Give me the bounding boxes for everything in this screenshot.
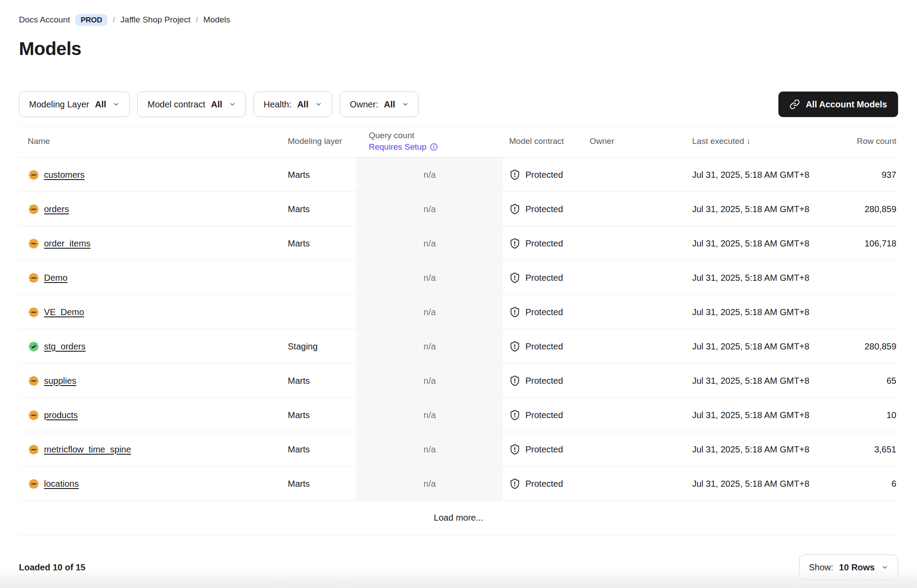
header-row-count: Row count	[831, 136, 898, 146]
model-name-cell: locations	[19, 478, 288, 490]
modeling-layer-cell: Marts	[288, 479, 356, 489]
filter-label: Model contract	[147, 99, 205, 110]
warning-badge-icon	[28, 272, 40, 284]
table-row: products Marts n/a Protected Jul 31, 202…	[19, 398, 898, 432]
query-count-cell: n/a	[356, 261, 503, 295]
show-rows-value: 10 Rows	[839, 562, 875, 573]
model-link[interactable]: locations	[44, 479, 79, 489]
table-row: VE_Demo n/a Protected Jul 31, 2025, 5:18…	[19, 295, 898, 329]
model-contract-label: Protected	[525, 410, 563, 420]
model-contract-cell: Protected	[503, 341, 590, 352]
shield-alert-icon	[509, 375, 521, 386]
warning-badge-icon	[28, 375, 40, 387]
table-row: locations Marts n/a Protected Jul 31, 20…	[19, 467, 898, 501]
model-contract-cell: Protected	[503, 375, 590, 386]
shield-alert-icon	[509, 203, 521, 215]
chevron-down-icon	[113, 101, 120, 108]
header-owner: Owner	[590, 136, 692, 146]
modeling-layer-cell: Staging	[288, 342, 356, 352]
filter-modeling-layer[interactable]: Modeling Layer All	[19, 92, 130, 117]
shield-alert-icon	[509, 478, 521, 489]
page-title: Models	[19, 38, 898, 60]
shield-alert-icon	[509, 238, 521, 249]
info-icon	[429, 143, 438, 151]
link-icon	[789, 99, 800, 110]
breadcrumb-project[interactable]: Jaffle Shop Project	[121, 15, 191, 25]
filter-owner[interactable]: Owner: All	[340, 92, 419, 117]
model-name-cell: order_items	[19, 238, 288, 250]
filter-model-contract[interactable]: Model contract All	[137, 92, 246, 117]
warning-badge-icon	[28, 409, 40, 421]
model-contract-label: Protected	[525, 376, 563, 386]
modeling-layer-cell: Marts	[288, 376, 356, 386]
filter-label: Owner:	[350, 99, 378, 110]
table-header: Name Modeling layer Query count Requires…	[19, 126, 898, 158]
success-badge-icon	[28, 341, 40, 353]
header-model-contract: Model contract	[503, 136, 590, 146]
chevron-down-icon	[402, 101, 409, 108]
model-contract-cell: Protected	[503, 203, 590, 215]
chevron-down-icon	[881, 564, 888, 571]
filter-health[interactable]: Health: All	[253, 92, 332, 117]
row-count-cell: 3,651	[831, 445, 898, 455]
table-body: customers Marts n/a Protected Jul 31, 20…	[19, 158, 898, 501]
model-contract-label: Protected	[525, 204, 563, 214]
filter-label: Health:	[264, 99, 291, 110]
shield-alert-icon	[509, 444, 521, 455]
health-status-icon	[28, 444, 40, 456]
table-row: supplies Marts n/a Protected Jul 31, 202…	[19, 364, 898, 398]
header-last-executed-label: Last executed	[692, 136, 744, 146]
show-rows-select[interactable]: Show: 10 Rows	[799, 555, 898, 580]
model-link[interactable]: VE_Demo	[44, 307, 84, 317]
row-count-cell: 65	[831, 376, 898, 386]
query-count-cell: n/a	[356, 467, 503, 501]
model-contract-cell: Protected	[503, 238, 590, 249]
model-contract-label: Protected	[525, 479, 563, 489]
model-link[interactable]: stg_orders	[44, 342, 86, 352]
modeling-layer-cell: Marts	[288, 445, 356, 455]
warning-badge-icon	[28, 444, 40, 456]
requires-setup-link[interactable]: Requires Setup	[369, 142, 503, 152]
models-table: Name Modeling layer Query count Requires…	[19, 126, 898, 535]
model-link[interactable]: products	[44, 410, 78, 420]
header-last-executed[interactable]: Last executed ↓	[692, 136, 831, 146]
model-link[interactable]: order_items	[44, 239, 91, 249]
sort-descending-icon: ↓	[747, 136, 751, 146]
breadcrumb-current: Models	[203, 15, 230, 25]
model-link[interactable]: customers	[44, 170, 84, 180]
filter-label: Modeling Layer	[29, 99, 89, 110]
model-name-cell: VE_Demo	[19, 306, 288, 318]
modeling-layer-cell: Marts	[288, 410, 356, 420]
model-name-cell: metricflow_time_spine	[19, 444, 288, 456]
model-link[interactable]: metricflow_time_spine	[44, 445, 131, 455]
table-row: stg_orders Staging n/a Protected Jul 31,…	[19, 329, 898, 364]
model-contract-cell: Protected	[503, 272, 590, 283]
toolbar: Modeling Layer All Model contract All He…	[19, 92, 898, 117]
query-count-cell: n/a	[356, 329, 503, 364]
all-account-models-button[interactable]: All Account Models	[778, 92, 898, 117]
row-count-cell: 937	[831, 170, 898, 180]
row-count-cell: 280,859	[831, 204, 898, 214]
health-status-icon	[28, 341, 40, 353]
table-row: customers Marts n/a Protected Jul 31, 20…	[19, 158, 898, 192]
model-link[interactable]: orders	[44, 204, 69, 214]
query-count-cell: n/a	[356, 192, 503, 226]
load-more-button[interactable]: Load more...	[19, 501, 898, 535]
last-executed-cell: Jul 31, 2025, 5:18 AM GMT+8	[692, 479, 831, 489]
query-count-cell: n/a	[356, 226, 503, 261]
chevron-down-icon	[315, 101, 322, 108]
model-contract-cell: Protected	[503, 444, 590, 455]
breadcrumb-account[interactable]: Docs Account	[19, 15, 70, 25]
header-query-count-label: Query count	[369, 131, 503, 140]
model-link[interactable]: Demo	[44, 273, 67, 283]
model-contract-cell: Protected	[503, 306, 590, 318]
query-count-cell: n/a	[356, 432, 503, 467]
row-count-cell: 280,859	[831, 342, 898, 352]
query-count-cell: n/a	[356, 295, 503, 329]
row-count-cell: 106,718	[831, 239, 898, 249]
filter-value: All	[211, 99, 222, 110]
shield-alert-icon	[509, 272, 521, 283]
environment-badge: PROD	[75, 14, 107, 26]
model-link[interactable]: supplies	[44, 376, 76, 386]
model-name-cell: customers	[19, 169, 288, 181]
